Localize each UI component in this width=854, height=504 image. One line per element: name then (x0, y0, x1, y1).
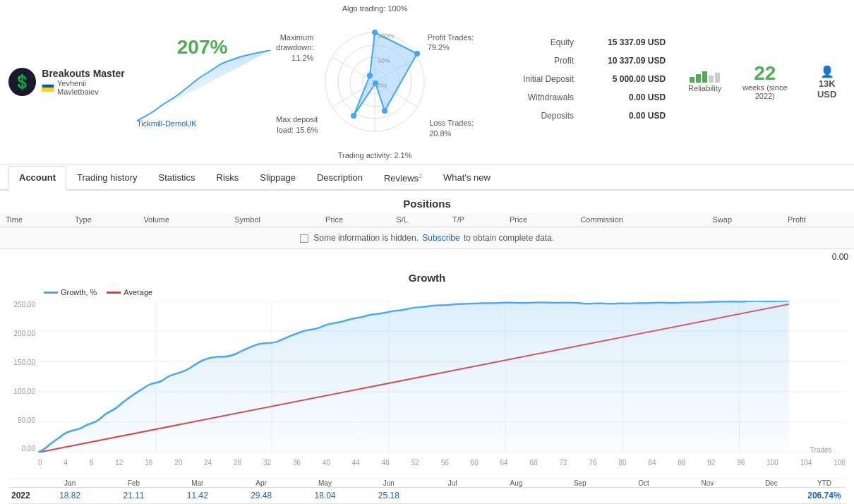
mini-chart-container: 207% Tickmill-DemoUK (137, 36, 267, 128)
column-header: Symbol (229, 212, 320, 227)
column-header: T/P (447, 212, 504, 227)
weeks-label: weeks (since 2022) (733, 83, 797, 100)
logo-area: 💲 Breakouts Master Yevhenii Mavletbaiev (8, 68, 128, 96)
growth-chart-wrapper: Growth, % Average 250.00 200.00 150.00 1… (8, 287, 846, 477)
stat-value: 0.00 USD (581, 92, 673, 102)
positions-title: Positions (0, 191, 854, 212)
column-header: Commission (575, 212, 706, 227)
stat-value: 10 337.09 USD (581, 56, 673, 66)
rel-bar-1 (690, 77, 694, 83)
column-header: Swap (707, 212, 782, 227)
radar-label-loss: Loss Trades:20.8% (429, 118, 474, 138)
stat-row: Profit10 337.09 USD (489, 54, 673, 67)
stat-value: 0.00 USD (581, 111, 673, 121)
account-subtitle: Yevhenii Mavletbaiev (57, 79, 128, 96)
column-header: Profit (782, 212, 854, 227)
column-header: Time (0, 212, 69, 227)
subscribe-suffix: to obtain complete data. (464, 233, 554, 243)
tab-trading-history[interactable]: Trading history (66, 166, 148, 189)
tabs-bar: AccountTrading historyStatisticsRisksSli… (0, 166, 854, 191)
svg-point-13 (367, 73, 373, 78)
positions-total-row: 0.00 (0, 248, 854, 265)
year-cell: 2022 (8, 491, 38, 500)
column-header: Volume (138, 212, 229, 227)
logo-icon: 💲 (8, 68, 36, 96)
stat-label: Initial Deposit (489, 74, 581, 84)
broker-link[interactable]: Tickmill-DemoUK (137, 119, 197, 128)
stat-row: Initial Deposit5 000.00 USD (489, 73, 673, 85)
radar-chart-container: 100% 50% 0% Algo trading: 100% Profit Tr… (276, 4, 474, 160)
stat-label: Profit (489, 56, 581, 66)
usd-metric: 👤 13K USD (808, 65, 846, 100)
growth-section: Growth Growth, % Average 250.00 200.00 1… (0, 265, 854, 504)
positions-section: Positions TimeTypeVolumeSymbolPriceS/LT/… (0, 191, 854, 265)
jun-perf[interactable]: 25.18 (378, 491, 399, 500)
radar-label-drawdown: Maximumdrawdown:11.2% (276, 32, 313, 63)
legend-growth: Growth, % (44, 288, 97, 296)
chart-legend: Growth, % Average (44, 288, 152, 296)
subscribe-link[interactable]: Subscribe (422, 233, 459, 243)
rel-bar-2 (696, 74, 701, 83)
radar-label-algo: Algo trading: 100% (342, 4, 408, 13)
radar-label-deposit: Max depositload: 15.6% (276, 114, 318, 135)
radar-label-activity: Trading activity: 2.1% (338, 151, 412, 160)
stat-row: Withdrawals0.00 USD (489, 91, 673, 104)
stat-row: Deposits0.00 USD (489, 109, 673, 122)
apr-perf[interactable]: 29.48 (251, 491, 272, 500)
y-axis: 250.00 200.00 150.00 100.00 50.00 0.00 (8, 301, 38, 452)
tab-description[interactable]: Description (306, 166, 373, 189)
x-axis-labels: 0481216202428323640444852566064687276808… (38, 459, 846, 467)
stats-bars-section: Equity15 337.09 USDProfit10 337.09 USDIn… (482, 36, 673, 128)
weeks-metric: 22 weeks (since 2022) (733, 64, 797, 100)
column-header: Type (69, 212, 138, 227)
hidden-info-row: Some information is hidden. Subscribe to… (0, 227, 854, 248)
year-perf-row: 2022 18.82 21.11 11.42 29.48 18.04 25.18… (8, 487, 846, 503)
month-labels-row: Jan Feb Mar Apr May Jun Jul Aug Sep Oct … (8, 479, 846, 487)
mar-perf[interactable]: 11.42 (187, 491, 208, 500)
account-title: Breakouts Master (42, 68, 128, 79)
jan-perf[interactable]: 18.82 (59, 491, 80, 500)
tab-account[interactable]: Account (8, 166, 66, 191)
usd-value: 13K USD (808, 78, 846, 100)
legend-average: Average (107, 288, 152, 296)
checkbox-icon (300, 234, 308, 243)
svg-point-12 (351, 113, 356, 119)
stat-value: 5 000.00 USD (581, 74, 673, 84)
svg-point-8 (372, 30, 378, 35)
column-header: Price (504, 212, 575, 227)
reliability-label: Reliability (688, 84, 721, 92)
radar-label-profit: Profit Trades:79.2% (428, 32, 474, 53)
positions-table: TimeTypeVolumeSymbolPriceS/LT/PPriceComm… (0, 212, 854, 227)
svg-text:0%: 0% (378, 82, 387, 89)
stat-value: 15 337.09 USD (581, 37, 673, 47)
growth-title: Growth (8, 268, 846, 287)
stat-row: Equity15 337.09 USD (489, 36, 673, 49)
rel-bar-4 (709, 76, 714, 83)
svg-text:100%: 100% (378, 32, 394, 40)
column-header: S/L (391, 212, 447, 227)
tab-reviews[interactable]: Reviews2 (373, 166, 433, 189)
svg-point-10 (382, 108, 387, 114)
reliability-metric: Reliability (688, 71, 721, 92)
tab-risks[interactable]: Risks (206, 166, 250, 189)
tab-statistics[interactable]: Statistics (148, 166, 206, 189)
ytd-perf: 206.74% (803, 491, 846, 500)
tab-what's-new[interactable]: What's new (433, 166, 501, 189)
positions-total-value: 0.00 (832, 252, 848, 262)
feb-perf[interactable]: 21.11 (123, 491, 144, 500)
growth-percent-label: 207% (177, 36, 228, 59)
metrics-right: Reliability 22 weeks (since 2022) 👤 13K … (681, 64, 846, 100)
growth-chart-svg: Trades (38, 301, 846, 452)
column-header: Price (320, 212, 390, 227)
stat-label: Equity (489, 37, 581, 47)
flag-icon (42, 84, 54, 92)
rel-bar-5 (715, 73, 720, 83)
may-perf[interactable]: 18.04 (314, 491, 335, 500)
stat-label: Deposits (489, 111, 581, 121)
hidden-msg: Some information is hidden. (313, 233, 419, 243)
svg-text:Trades: Trades (810, 446, 832, 452)
weeks-value: 22 (733, 64, 797, 83)
stat-label: Withdrawals (489, 92, 581, 102)
tab-slippage[interactable]: Slippage (249, 166, 306, 189)
svg-point-9 (414, 51, 420, 56)
